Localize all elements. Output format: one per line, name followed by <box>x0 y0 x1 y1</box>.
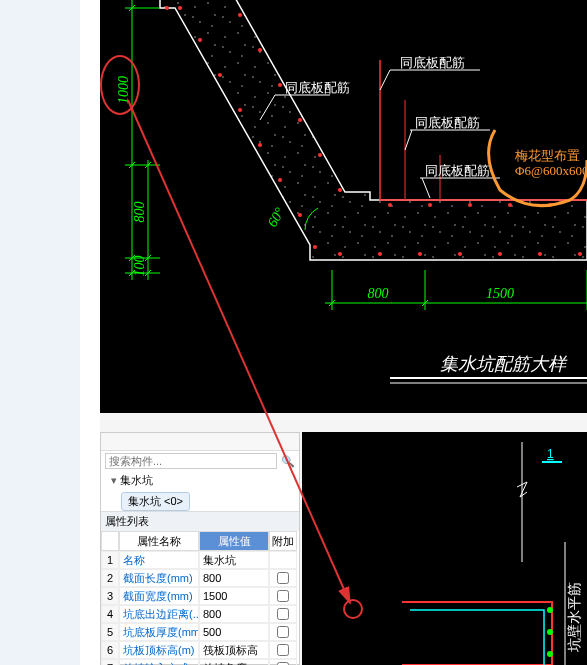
row-index: 7 <box>101 659 119 665</box>
left-sidebar <box>0 0 80 665</box>
panel-toolbar <box>101 433 299 451</box>
orange-note-1: 梅花型布置 <box>514 148 580 163</box>
markup-circle-1 <box>100 55 140 115</box>
prop-value[interactable]: 800 <box>199 605 269 623</box>
row-index: 5 <box>101 623 119 641</box>
prop-add <box>269 551 297 569</box>
prop-value[interactable]: 500 <box>199 623 269 641</box>
rebar-note-3: 同底板配筋 <box>415 115 480 130</box>
row-index: 4 <box>101 605 119 623</box>
cad-drawing-bottom[interactable]: 1 坑壁水平筋 <box>302 432 587 665</box>
component-tag[interactable]: 集水坑 <0> <box>121 492 190 511</box>
svg-line-40 <box>405 130 412 150</box>
prop-value[interactable]: 放坡角度 <box>199 659 269 665</box>
svg-point-20 <box>298 118 302 122</box>
svg-point-31 <box>428 203 432 207</box>
prop-name: 截面宽度(mm) <box>119 587 199 605</box>
property-row[interactable]: 3截面宽度(mm)1500 <box>101 587 299 605</box>
property-row[interactable]: 6坑板顶标高(m)筏板顶标高 <box>101 641 299 659</box>
add-checkbox[interactable] <box>277 572 289 584</box>
dim-v3: 100 <box>132 256 147 277</box>
tree-root-node[interactable]: ▾ 集水坑 <box>101 471 299 490</box>
svg-point-26 <box>458 252 462 256</box>
search-icon[interactable]: 🔍 <box>281 455 295 468</box>
svg-point-32 <box>468 203 472 207</box>
row-index: 1 <box>101 551 119 569</box>
svg-point-67 <box>547 607 553 613</box>
prop-value[interactable]: 1500 <box>199 587 269 605</box>
row-index: 3 <box>101 587 119 605</box>
rebar-note-4: 同底板配筋 <box>425 163 490 178</box>
property-row[interactable]: 1名称集水坑 <box>101 551 299 569</box>
angle-dim: 60° <box>265 205 288 230</box>
svg-point-9 <box>198 38 202 42</box>
cad-drawing-top[interactable]: 同底板配筋 同底板配筋 同底板配筋 同底板配筋 梅花型布置 Φ6@600x600… <box>100 0 587 413</box>
property-row[interactable]: 2截面长度(mm)800 <box>101 569 299 587</box>
gap <box>80 0 100 665</box>
side-label: 坑壁水平筋 <box>567 582 582 653</box>
dim-h2: 1500 <box>486 286 514 301</box>
svg-point-33 <box>508 203 512 207</box>
svg-point-11 <box>238 108 242 112</box>
prop-name: 截面长度(mm) <box>119 569 199 587</box>
svg-line-38 <box>380 70 390 90</box>
prop-name: 名称 <box>119 551 199 569</box>
property-row[interactable]: 4坑底出边距离(...800 <box>101 605 299 623</box>
rebar-note-2: 同底板配筋 <box>400 55 465 70</box>
prop-value[interactable]: 集水坑 <box>199 551 269 569</box>
svg-point-17 <box>238 13 242 17</box>
property-panel: 🔍 ▾ 集水坑 集水坑 <0> 属性列表 属性名称 属性值 附加 1名称集水坑2… <box>100 432 300 665</box>
property-row[interactable]: 7放坡输入方式放坡角度 <box>101 659 299 665</box>
svg-point-68 <box>547 629 553 635</box>
svg-point-19 <box>278 83 282 87</box>
svg-point-24 <box>378 252 382 256</box>
prop-name: 坑板顶标高(m) <box>119 641 199 659</box>
grid-header: 属性名称 属性值 附加 <box>101 531 299 551</box>
svg-point-22 <box>338 188 342 192</box>
property-list-header: 属性列表 <box>101 511 299 531</box>
orange-note-2: Φ6@600x600 <box>515 163 587 178</box>
prop-value[interactable]: 筏板顶标高 <box>199 641 269 659</box>
search-input[interactable] <box>105 453 277 469</box>
leader-num: 1 <box>547 447 554 461</box>
svg-line-42 <box>422 178 430 198</box>
svg-point-15 <box>313 245 317 249</box>
svg-point-8 <box>165 6 169 10</box>
add-checkbox[interactable] <box>277 626 289 638</box>
prop-name: 坑底出边距离(... <box>119 605 199 623</box>
prop-value[interactable]: 800 <box>199 569 269 587</box>
svg-point-27 <box>498 252 502 256</box>
drawing-title: 集水坑配筋大样 <box>440 354 568 374</box>
svg-point-29 <box>578 252 582 256</box>
prop-name: 放坡输入方式 <box>119 659 199 665</box>
svg-point-30 <box>388 203 392 207</box>
svg-point-10 <box>218 73 222 77</box>
svg-point-69 <box>547 651 553 657</box>
add-checkbox[interactable] <box>277 608 289 620</box>
row-index: 6 <box>101 641 119 659</box>
svg-point-21 <box>318 153 322 157</box>
row-index: 2 <box>101 569 119 587</box>
property-row[interactable]: 5坑底板厚度(mm)500 <box>101 623 299 641</box>
prop-name: 坑底板厚度(mm) <box>119 623 199 641</box>
svg-point-14 <box>298 213 302 217</box>
markup-circle-2 <box>343 599 363 619</box>
dim-h1: 800 <box>368 286 389 301</box>
rebar-note-1: 同底板配筋 <box>285 80 350 95</box>
svg-point-23 <box>338 252 342 256</box>
dim-v2: 800 <box>132 202 147 223</box>
add-checkbox[interactable] <box>277 644 289 656</box>
svg-point-25 <box>418 252 422 256</box>
svg-point-13 <box>278 178 282 182</box>
svg-point-28 <box>538 252 542 256</box>
add-checkbox[interactable] <box>277 590 289 602</box>
svg-point-7 <box>178 6 182 10</box>
svg-point-12 <box>258 143 262 147</box>
svg-point-18 <box>258 48 262 52</box>
